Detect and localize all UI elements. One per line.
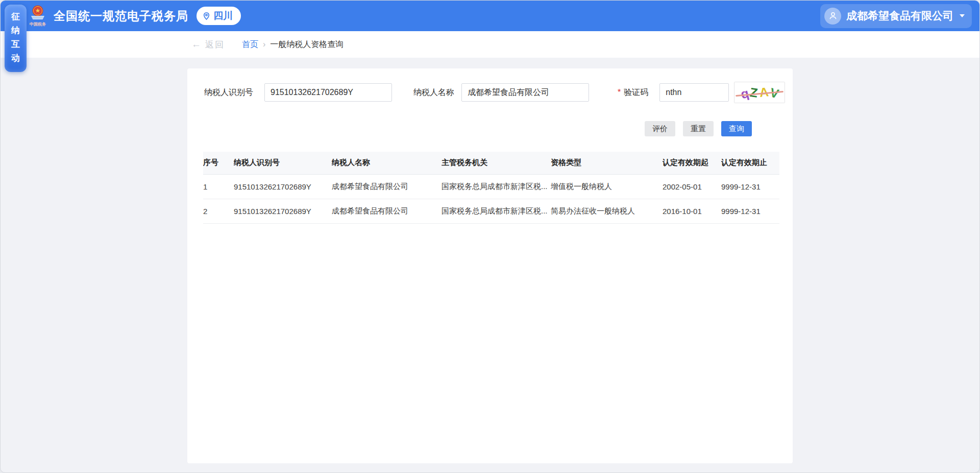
side-tab-char: 纳 (11, 25, 20, 36)
captcha-letter: A (758, 84, 769, 100)
side-tab-char: 互 (11, 39, 20, 50)
taxpayer-id-input[interactable] (264, 83, 392, 102)
captcha-letter: V (768, 85, 780, 101)
china-tax-logo: 中国税务 (28, 5, 47, 27)
app-title: 全国统一规范电子税务局 (54, 8, 188, 24)
back-button[interactable]: ← 返回 (191, 39, 225, 51)
breadcrumb-home-link[interactable]: 首页 (242, 39, 258, 50)
table-cell: 91510132621702689Y (234, 199, 332, 223)
captcha-image[interactable]: qZAV (734, 82, 785, 103)
captcha-letter: Z (749, 85, 758, 101)
action-buttons: 评价 重置 查询 (187, 121, 793, 136)
table-cell: 增值税一般纳税人 (551, 174, 663, 199)
query-button[interactable]: 查询 (721, 121, 752, 136)
interaction-side-tab[interactable]: 征纳互动 (5, 5, 27, 72)
table-cell: 2016-10-01 (663, 199, 721, 223)
user-account-chip[interactable]: 成都希望食品有限公司 (820, 4, 972, 28)
table-cell: 国家税务总局成都市新津区税... (442, 199, 551, 223)
query-form: 纳税人识别号 纳税人名称 * 验证码 qZAV (187, 68, 793, 103)
table-cell: 成都希望食品有限公司 (332, 199, 442, 223)
table-cell: 简易办法征收一般纳税人 (551, 199, 663, 223)
table-cell: 2 (203, 199, 234, 223)
breadcrumb-current-page: 一般纳税人资格查询 (270, 39, 344, 50)
table-cell: 1 (203, 174, 234, 199)
region-label: 四川 (213, 9, 233, 22)
page-background: 纳税人识别号 纳税人名称 * 验证码 qZAV 评价 重置 查询 (1, 68, 979, 473)
table-header-cell: 纳税人名称 (332, 152, 442, 174)
table-header-cell: 认定有效期起 (663, 152, 721, 174)
evaluate-button[interactable]: 评价 (645, 121, 675, 136)
avatar (824, 8, 841, 25)
captcha-label: 验证码 (624, 87, 648, 98)
browser-window: 中国税务 全国统一规范电子税务局 四川 成都希望食品有限公司 征纳互动 (0, 0, 980, 473)
breadcrumb-separator: › (263, 40, 265, 49)
table-cell: 91510132621702689Y (234, 174, 332, 199)
taxpayer-id-label: 纳税人识别号 (204, 87, 254, 98)
table-header-cell: 序号 (203, 152, 234, 174)
table-cell: 2002-05-01 (663, 174, 721, 199)
table-cell: 9999-12-31 (721, 199, 779, 223)
table-header-row: 序号纳税人识别号纳税人名称主管税务机关资格类型认定有效期起认定有效期止 (203, 152, 779, 174)
user-icon (828, 11, 838, 21)
top-header-bar: 中国税务 全国统一规范电子税务局 四川 成都希望食品有限公司 (1, 1, 979, 31)
table-header-cell: 认定有效期止 (721, 152, 779, 174)
results-table: 序号纳税人识别号纳税人名称主管税务机关资格类型认定有效期起认定有效期止 1915… (203, 152, 779, 224)
taxpayer-name-label: 纳税人名称 (413, 87, 454, 98)
location-pin-icon (202, 12, 211, 20)
breadcrumb: ← 返回 首页 › 一般纳税人资格查询 (1, 31, 979, 58)
chevron-down-icon (960, 14, 965, 17)
table-cell: 国家税务总局成都市新津区税... (442, 174, 551, 199)
national-emblem-icon (28, 5, 47, 21)
reset-button[interactable]: 重置 (683, 121, 714, 136)
table-cell: 成都希望食品有限公司 (332, 174, 442, 199)
captcha-input[interactable] (659, 83, 729, 102)
required-asterisk: * (618, 88, 621, 97)
table-row: 191510132621702689Y成都希望食品有限公司国家税务总局成都市新津… (203, 174, 779, 199)
region-selector[interactable]: 四川 (197, 7, 241, 25)
taxpayer-name-input[interactable] (461, 83, 589, 102)
user-company-name: 成都希望食品有限公司 (846, 9, 953, 23)
query-panel: 纳税人识别号 纳税人名称 * 验证码 qZAV 评价 重置 查询 (187, 68, 793, 463)
back-label: 返回 (205, 39, 225, 51)
side-tab-char: 征 (11, 11, 20, 22)
results-table-container: 序号纳税人识别号纳税人名称主管税务机关资格类型认定有效期起认定有效期止 1915… (203, 152, 779, 224)
table-header-cell: 主管税务机关 (442, 152, 551, 174)
logo-caption: 中国税务 (30, 22, 46, 26)
table-cell: 9999-12-31 (721, 174, 779, 199)
table-row: 291510132621702689Y成都希望食品有限公司国家税务总局成都市新津… (203, 199, 779, 223)
table-header-cell: 纳税人识别号 (234, 152, 332, 174)
side-tab-char: 动 (11, 53, 20, 64)
back-arrow-icon: ← (191, 39, 201, 50)
table-header-cell: 资格类型 (551, 152, 663, 174)
